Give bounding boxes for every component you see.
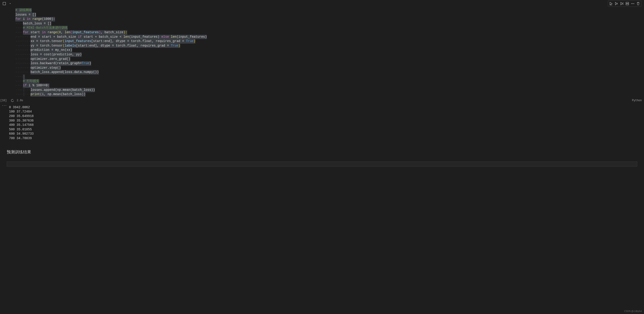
window-icon[interactable] — [2, 1, 7, 6]
more-actions-icon[interactable] — [630, 1, 635, 6]
code-cell[interactable]: # 训练网络 losses = [] for i in range(1000):… — [9, 7, 644, 98]
execution-count: [16] — [0, 99, 9, 102]
next-code-cell[interactable] — [7, 162, 637, 166]
output-line: 0 3942.0862 — [9, 105, 644, 110]
spinner-icon — [11, 99, 14, 102]
svg-point-7 — [634, 4, 634, 4]
markdown-heading: 预测训练结果 — [7, 149, 637, 155]
output-line: 100 37.72484 — [9, 110, 644, 114]
code-text: optimizer.zero_grad() — [30, 57, 70, 61]
output-line: 500 35.01855 — [9, 127, 644, 132]
comment: # 打印损失 — [23, 79, 40, 83]
language-indicator[interactable]: Python — [632, 99, 644, 102]
output-line: 300 35.307636 — [9, 119, 644, 123]
watermark: CSDN @小陈phd — [624, 310, 642, 313]
execute-above-icon[interactable] — [620, 1, 624, 6]
code-text: batch_loss = [] — [23, 22, 52, 25]
run-by-line-icon[interactable] — [608, 1, 614, 6]
execution-info-bar: [16] 2.9s Python — [0, 98, 644, 104]
chevron-down-icon[interactable] — [8, 1, 13, 6]
execute-cell-icon[interactable] — [614, 1, 619, 6]
svg-rect-4 — [626, 4, 629, 5]
toolbar-left — [2, 1, 13, 6]
code-text: losses.append(np.mean(batch_loss)) — [30, 88, 95, 92]
output-line: 400 35.147568 — [9, 123, 644, 127]
code-editor[interactable]: # 训练网络 losses = [] for i in range(1000):… — [9, 7, 644, 98]
output-wrapper: ... 0 3942.0862 100 37.72484 200 35.6499… — [0, 104, 644, 143]
code-text: optimizer.step() — [30, 66, 61, 70]
split-cell-icon[interactable] — [625, 1, 630, 6]
code-text: prediction = my_nn(xx) — [30, 48, 72, 52]
toolbar-right — [608, 1, 641, 7]
output-collapse-toggle[interactable]: ... — [2, 104, 7, 107]
comment: # MINI-Batch方法来进行训练 — [23, 26, 68, 30]
svg-rect-0 — [3, 2, 6, 5]
output-line: 700 34.78839 — [9, 136, 644, 141]
execution-time: 2.9s — [17, 99, 23, 102]
notebook-container: # 训练网络 losses = [] for i in range(1000):… — [0, 0, 644, 314]
markdown-cell[interactable]: 预测训练结果 — [0, 143, 644, 159]
comment: # 训练网络 — [15, 8, 32, 12]
svg-point-5 — [631, 4, 632, 4]
delete-cell-icon[interactable] — [636, 1, 640, 6]
keyword: for — [15, 17, 21, 21]
cell-toolbar — [0, 0, 644, 7]
output-line: 200 35.649918 — [9, 114, 644, 119]
output-line: 600 34.902733 — [9, 132, 644, 136]
svg-rect-3 — [626, 2, 629, 4]
code-text: batch_loss.append(loss.data.numpy()) — [30, 70, 98, 74]
code-text: loss = cost(prediction, yy) — [30, 53, 82, 56]
svg-point-6 — [632, 4, 633, 4]
output-area: 0 3942.0862 100 37.72484 200 35.649918 3… — [0, 104, 644, 143]
code-text: losses = [] — [15, 13, 36, 17]
